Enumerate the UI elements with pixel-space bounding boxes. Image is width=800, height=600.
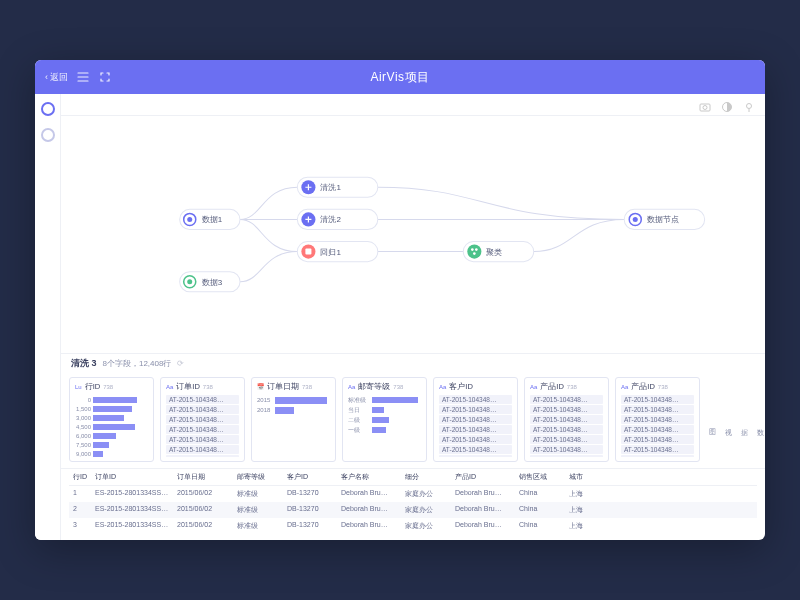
data-table: 行ID订单ID订单日期邮寄等级客户ID客户名称细分产品ID销售区域城市 1ES-… [61,469,765,540]
svg-rect-20 [305,249,311,255]
titlebar: ‹ 返回 AirVis项目 [35,60,765,94]
svg-text:数据节点: 数据节点 [647,215,679,224]
card-title: 订单日期 [267,382,299,392]
card-title: 邮寄等级 [358,382,390,392]
field-card[interactable]: Aa产品ID738AT-2015-104348…AT-2015-104348…A… [615,377,700,462]
card-title: 订单ID [176,382,200,392]
col-header[interactable]: 行ID [69,469,91,485]
col-header[interactable]: 订单ID [91,469,173,485]
node-data3[interactable]: 数据3 [180,272,240,292]
svg-point-10 [187,279,192,284]
col-header[interactable]: 城市 [565,469,605,485]
field-card[interactable]: Aa邮寄等级738标准级当日二级一级 [342,377,427,462]
svg-point-1 [703,105,707,109]
card-count: 738 [103,384,113,390]
card-title: 行ID [85,382,101,392]
col-header[interactable]: 订单日期 [173,469,233,485]
card-title: 产品ID [631,382,655,392]
col-header[interactable]: 客户ID [283,469,337,485]
col-header[interactable]: 邮寄等级 [233,469,283,485]
table-row[interactable]: 2ES-2015-2801334SS…2015/06/02标准级DB-13270… [69,502,757,518]
svg-point-24 [471,248,474,251]
svg-text:聚类: 聚类 [486,248,502,257]
card-count: 738 [203,384,213,390]
table-row[interactable]: 3ES-2015-2801334SS…2015/06/02标准级DB-13270… [69,518,757,534]
field-card[interactable]: Aa客户IDAT-2015-104348…AT-2015-104348…AT-2… [433,377,518,462]
refresh-icon[interactable]: ⟳ [177,359,184,368]
type-icon: Aa [530,384,537,390]
card-count: 738 [658,384,668,390]
col-header[interactable]: 销售区域 [515,469,565,485]
svg-point-25 [475,248,478,251]
card-count: 738 [567,384,577,390]
pin-icon[interactable] [743,99,755,111]
svg-text:数据3: 数据3 [202,278,223,287]
col-header[interactable]: 产品ID [451,469,515,485]
table-row[interactable]: 1ES-2015-2801334SS…2015/06/02标准级DB-13270… [69,486,757,502]
left-sidebar [35,94,61,540]
svg-text:回归1: 回归1 [320,248,341,257]
svg-point-30 [633,217,638,222]
type-icon: 📅 [257,383,264,390]
right-tabs[interactable]: 数据视图 [751,373,765,468]
node-cluster[interactable]: 聚类 [463,242,533,262]
type-icon: Aa [166,384,173,390]
svg-point-23 [467,245,481,259]
card-count: 738 [302,384,312,390]
camera-icon[interactable] [699,99,711,111]
card-title: 客户ID [449,382,473,392]
preview-header: 清洗 3 8个字段，12,408行 ⟳ [61,353,765,373]
type-icon: Lu [75,384,82,390]
flow-canvas[interactable]: 数据1 数据3 清洗1 清洗2 [61,116,765,353]
node-clean1[interactable]: 清洗1 [297,177,377,197]
back-button[interactable]: ‹ 返回 [45,71,68,84]
svg-text:清洗2: 清洗2 [320,215,341,224]
field-card[interactable]: 📅订单日期73820152018 [251,377,336,462]
svg-point-26 [473,252,476,255]
node-endpoint[interactable]: 数据节点 [624,209,704,229]
field-card[interactable]: Lu行ID73801,5003,0004,5006,0007,5009,000 [69,377,154,462]
node-regress1[interactable]: 回归1 [297,242,377,262]
svg-text:清洗1: 清洗1 [320,183,341,192]
card-title: 产品ID [540,382,564,392]
canvas-toolbar [61,94,765,116]
field-card[interactable]: Aa订单ID738AT-2015-104348…AT-2015-104348…A… [160,377,245,462]
col-header[interactable]: 细分 [401,469,451,485]
col-header[interactable]: 客户名称 [337,469,401,485]
field-cards: Lu行ID73801,5003,0004,5006,0007,5009,000A… [61,373,751,468]
preview-meta: 8个字段，12,408行 [103,358,172,369]
back-label: 返回 [50,71,68,84]
table-header: 行ID订单ID订单日期邮寄等级客户ID客户名称细分产品ID销售区域城市 [69,469,757,486]
chevron-left-icon: ‹ [45,72,48,82]
sidebar-node-icon[interactable] [41,102,55,116]
field-card[interactable]: Aa产品ID738AT-2015-104348…AT-2015-104348…A… [524,377,609,462]
svg-point-3 [747,103,752,108]
node-data1[interactable]: 数据1 [180,209,240,229]
svg-point-6 [187,217,192,222]
node-clean2[interactable]: 清洗2 [297,209,377,229]
contrast-icon[interactable] [721,99,733,111]
app-window: ‹ 返回 AirVis项目 [35,60,765,540]
type-icon: Aa [439,384,446,390]
svg-text:数据1: 数据1 [202,215,223,224]
page-title: AirVis项目 [370,69,429,86]
preview-title: 清洗 3 [71,357,97,370]
card-count: 738 [393,384,403,390]
sidebar-node-icon[interactable] [41,128,55,142]
list-icon[interactable] [76,70,90,84]
type-icon: Aa [621,384,628,390]
type-icon: Aa [348,384,355,390]
fullscreen-icon[interactable] [98,70,112,84]
